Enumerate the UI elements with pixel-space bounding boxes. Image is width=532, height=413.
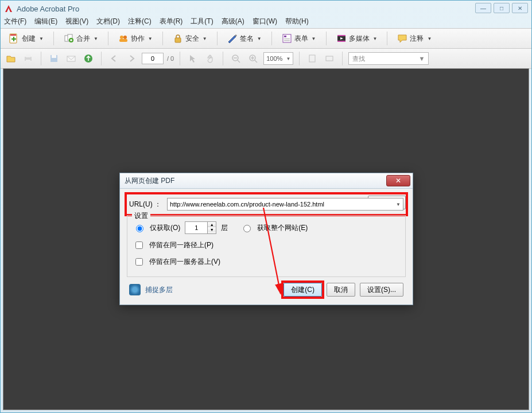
comment-button[interactable]: 注释▼ [393, 32, 436, 45]
menu-document[interactable]: 文档(D) [96, 17, 120, 28]
menu-edit[interactable]: 编辑(E) [34, 17, 57, 28]
svg-rect-25 [309, 55, 315, 62]
minimize-button[interactable]: — [475, 3, 491, 13]
menu-advanced[interactable]: 高级(A) [222, 17, 244, 28]
levels-label: 层 [221, 223, 228, 233]
prev-page-icon[interactable] [107, 52, 121, 65]
stay-server-label: 停留在同一服务器上(V) [149, 257, 220, 267]
merge-icon [64, 33, 74, 44]
create-pdf-icon [8, 33, 20, 44]
svg-rect-10 [284, 36, 286, 37]
get-all-label: 获取整个网站(E) [257, 223, 308, 233]
forms-icon [282, 33, 292, 44]
save-icon[interactable] [47, 52, 61, 65]
url-label: URL(U) ： [129, 200, 162, 209]
get-all-radio[interactable] [243, 225, 251, 232]
levels-spinner[interactable]: ▲▼ [185, 221, 216, 234]
sign-button[interactable]: 签名▼ [223, 32, 266, 45]
menu-tools[interactable]: 工具(T) [191, 17, 213, 28]
secondary-toolbar: 0 / 0 100%▼ 查找▼ [1, 49, 531, 69]
collaborate-button[interactable]: 协作▼ [114, 32, 157, 45]
media-button[interactable]: 多媒体▼ [332, 32, 382, 45]
page-number-input[interactable]: 0 [142, 53, 164, 64]
settings-legend: 设置 [132, 211, 150, 221]
url-row: URL(U) ： http://www.reneelab.com.cn/prod… [127, 194, 406, 214]
close-button[interactable]: ✕ [512, 3, 528, 13]
svg-rect-26 [326, 56, 333, 61]
create-button[interactable]: 创建▼ [4, 31, 48, 46]
create-button-dialog[interactable]: 创建(C) [284, 283, 322, 297]
maximize-button[interactable]: □ [494, 3, 510, 13]
zoom-in-icon[interactable] [246, 52, 260, 65]
search-input[interactable]: 查找▼ [348, 52, 429, 65]
merge-button[interactable]: 合并▼ [60, 32, 102, 45]
svg-rect-8 [175, 38, 181, 42]
comment-icon [397, 33, 407, 44]
svg-rect-12 [284, 40, 290, 41]
dialog-title: 从网页创建 PDF [125, 176, 174, 186]
svg-rect-20 [52, 55, 56, 58]
window-title: Adobe Acrobat Pro [17, 5, 79, 13]
stay-path-checkbox[interactable] [135, 241, 143, 249]
zoom-out-icon[interactable] [229, 52, 243, 65]
fit-width-icon[interactable] [323, 52, 336, 65]
menu-help[interactable]: 帮助(H) [285, 17, 309, 28]
email-icon[interactable] [64, 52, 78, 65]
menu-forms[interactable]: 表单(R) [160, 17, 183, 28]
spin-down-icon[interactable]: ▼ [208, 227, 216, 232]
svg-rect-15 [337, 41, 345, 42]
menubar: 文件(F) 编辑(E) 视图(V) 文档(D) 注释(C) 表单(R) 工具(T… [1, 17, 531, 28]
capture-multi-levels[interactable]: 捕捉多层 [129, 284, 279, 295]
select-tool-icon[interactable] [186, 52, 200, 65]
app-window: Adobe Acrobat Pro — □ ✕ 文件(F) 编辑(E) 视图(V… [0, 0, 532, 413]
stay-path-label: 停留在同一路径上(P) [149, 240, 213, 250]
secure-button[interactable]: 安全▼ [169, 32, 211, 45]
only-get-label: 仅获取(O) [150, 223, 180, 233]
collaborate-icon [118, 33, 129, 44]
svg-rect-11 [284, 38, 290, 40]
levels-input[interactable] [185, 221, 208, 234]
next-page-icon[interactable] [125, 52, 138, 65]
titlebar: Adobe Acrobat Pro — □ ✕ [1, 1, 531, 17]
fit-page-icon[interactable] [305, 52, 319, 65]
cancel-button[interactable]: 取消 [327, 283, 355, 297]
print-icon[interactable] [21, 52, 35, 65]
capture-icon [129, 284, 141, 295]
svg-rect-7 [119, 39, 127, 42]
primary-toolbar: 创建▼ 合并▼ 协作▼ 安全▼ 签名▼ 表单▼ 多媒体▼ [1, 28, 531, 49]
svg-point-5 [120, 36, 123, 39]
svg-rect-18 [26, 60, 30, 63]
menu-comment[interactable]: 注释(C) [128, 17, 152, 28]
menu-file[interactable]: 文件(F) [4, 17, 26, 28]
upload-icon[interactable] [81, 52, 95, 65]
svg-rect-14 [337, 35, 345, 36]
svg-rect-17 [26, 54, 30, 57]
settings-fieldset: 设置 仅获取(O) ▲▼ 层 获取整个网站(E) 停留在同一路径上(P) [127, 215, 406, 277]
create-from-web-dialog: 从网页创建 PDF ✕ URL(U) ： http://www.reneelab… [119, 173, 413, 305]
dialog-titlebar: 从网页创建 PDF ✕ [120, 173, 413, 189]
dialog-close-button[interactable]: ✕ [386, 175, 410, 186]
open-icon[interactable] [4, 52, 18, 65]
stay-server-checkbox[interactable] [135, 258, 143, 266]
svg-point-6 [123, 36, 127, 39]
sign-icon [227, 33, 238, 44]
svg-rect-1 [10, 34, 16, 36]
spin-up-icon[interactable]: ▲ [208, 222, 216, 227]
zoom-dropdown[interactable]: 100%▼ [263, 52, 293, 65]
forms-button[interactable]: 表单▼ [278, 32, 320, 45]
hand-tool-icon[interactable] [203, 52, 217, 65]
only-get-radio[interactable] [136, 225, 143, 232]
url-input[interactable]: http://www.reneelab.com.cn/product-new-l… [167, 198, 403, 211]
dropdown-caret-icon[interactable]: ▼ [396, 202, 401, 207]
acrobat-logo-icon [4, 4, 13, 13]
menu-window[interactable]: 窗口(W) [253, 17, 277, 28]
settings-button[interactable]: 设置(S)... [360, 283, 403, 297]
media-icon [336, 33, 347, 44]
page-total: / 0 [167, 55, 174, 62]
lock-icon [173, 33, 183, 44]
menu-view[interactable]: 视图(V) [65, 17, 88, 28]
